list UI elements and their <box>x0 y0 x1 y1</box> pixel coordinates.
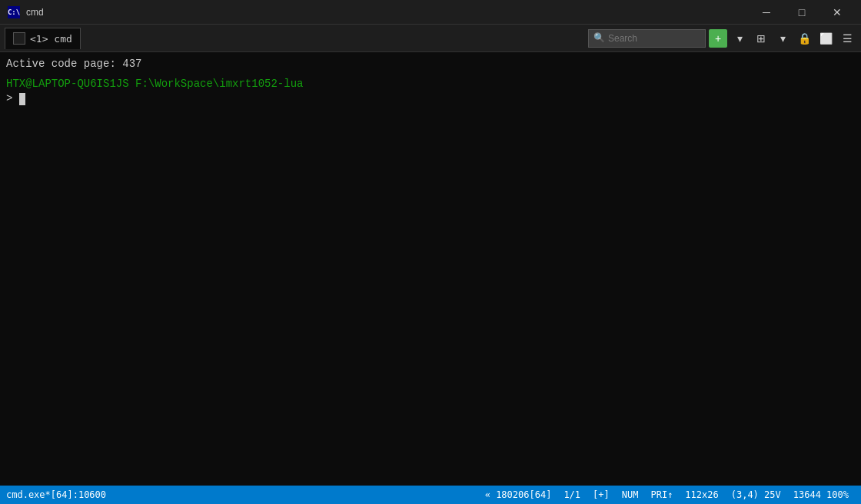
maximize-button[interactable]: □ <box>784 0 819 25</box>
search-input[interactable] <box>608 33 700 44</box>
terminal-tab[interactable]: <1> cmd <box>5 28 81 49</box>
window-icon: C:\ <box>6 5 22 20</box>
status-zoom: 13644 100% <box>787 489 855 500</box>
terminal-prompt-line: HTX@LAPTOP-QU6IS1JS F:\WorkSpace\imxrt10… <box>6 77 855 92</box>
menu-button[interactable]: ☰ <box>838 29 856 48</box>
terminal-cursor <box>19 93 25 105</box>
terminal-cursor-line: > <box>6 91 855 107</box>
terminal-prompt-char: > <box>6 91 12 107</box>
title-bar: C:\ cmd ─ □ ✕ <box>0 0 861 25</box>
status-coords: (3,4) 25V <box>725 489 787 500</box>
tab-icon <box>13 32 25 45</box>
terminal-area[interactable]: Active code page: 437 HTX@LAPTOP-QU6IS1J… <box>0 52 861 486</box>
add-button[interactable]: + <box>709 29 727 48</box>
status-bar: cmd.exe*[64]:10600 « 180206[64] 1/1 [+] … <box>0 486 861 504</box>
status-page: « 180206[64] <box>479 489 558 500</box>
status-num: NUM <box>616 489 645 500</box>
status-pri: PRI↑ <box>644 489 679 500</box>
window-controls: ─ □ ✕ <box>749 0 855 25</box>
lock-button[interactable]: 🔒 <box>795 29 813 48</box>
dropdown2-button[interactable]: ▾ <box>773 29 792 48</box>
split-button[interactable]: ⬜ <box>816 29 835 48</box>
toolbar: <1> cmd 🔍 + ▾ ⊞ ▾ 🔒 ⬜ ☰ <box>0 25 861 52</box>
status-size: 112x26 <box>679 489 724 500</box>
search-box[interactable]: 🔍 <box>588 29 706 48</box>
view-button[interactable]: ⊞ <box>752 29 770 48</box>
status-mode: [+] <box>587 489 616 500</box>
dropdown-button[interactable]: ▾ <box>730 29 749 48</box>
tab-label: <1> cmd <box>30 33 72 45</box>
terminal-line-1: Active code page: 437 <box>6 57 855 72</box>
minimize-button[interactable]: ─ <box>749 0 784 25</box>
close-button[interactable]: ✕ <box>819 0 855 25</box>
window-title: cmd <box>26 7 749 18</box>
cmd-icon: C:\ <box>8 6 20 18</box>
search-icon: 🔍 <box>593 32 605 44</box>
status-position: 1/1 <box>557 489 587 500</box>
status-process: cmd.exe*[64]:10600 <box>6 489 112 500</box>
